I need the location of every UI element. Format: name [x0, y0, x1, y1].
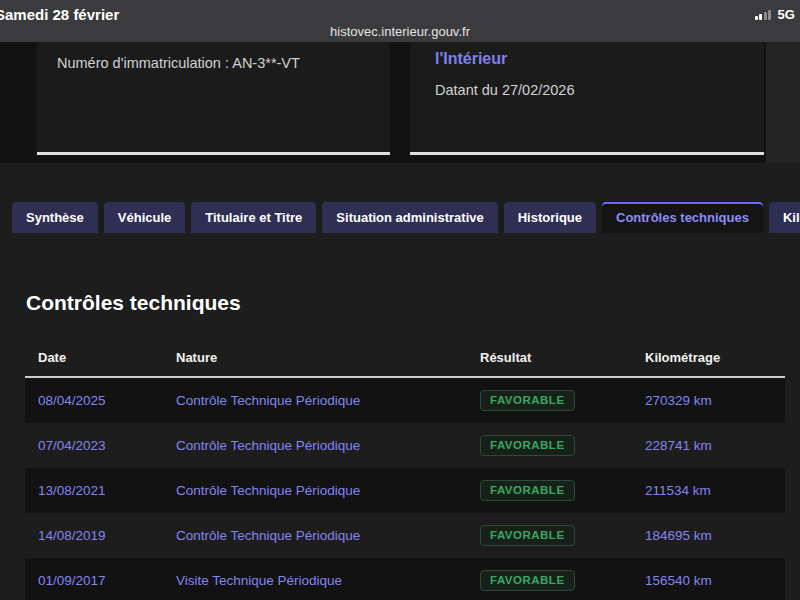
cell-nature: Visite Technique Périodique: [163, 573, 467, 588]
cell-kilometrage: 211534 km: [632, 483, 785, 498]
certificate-card: l'Intérieur Datant du 27/02/2026: [410, 42, 764, 155]
cell-kilometrage: 270329 km: [632, 393, 785, 408]
controles-techniques-panel: Contrôles techniques Date Nature Résulta…: [0, 233, 800, 600]
cell-nature: Contrôle Technique Périodique: [163, 393, 467, 408]
tab-vehicule[interactable]: Véhicule: [104, 202, 185, 233]
certificate-date: Datant du 27/02/2026: [435, 82, 574, 98]
status-badge: FAVORABLE: [480, 570, 575, 591]
status-badge: FAVORABLE: [480, 480, 575, 501]
status-badge: FAVORABLE: [480, 525, 575, 546]
cell-kilometrage: 156540 km: [632, 573, 785, 588]
next-card-edge: [766, 42, 800, 163]
tab-historique[interactable]: Historique: [504, 202, 596, 233]
cell-date: 14/08/2019: [25, 528, 163, 543]
cell-nature: Contrôle Technique Périodique: [163, 528, 467, 543]
cell-kilometrage: 184695 km: [632, 528, 785, 543]
registration-number: Numéro d'immatriculation : AN-3**-VT: [57, 55, 300, 71]
table-row: 13/08/2021 Contrôle Technique Périodique…: [25, 468, 785, 513]
inspections-table: Date Nature Résultat Kilométrage 08/04/2…: [25, 338, 785, 600]
table-row: 08/04/2025 Contrôle Technique Périodique…: [25, 378, 785, 423]
cell-date: 13/08/2021: [25, 483, 163, 498]
table-row: 14/08/2019 Contrôle Technique Périodique…: [25, 513, 785, 558]
status-indicators: 5G 6: [755, 7, 800, 22]
table-row: 07/04/2023 Contrôle Technique Périodique…: [25, 423, 785, 468]
address-bar[interactable]: histovec.interieur.gouv.fr: [0, 24, 800, 39]
cell-date: 01/09/2017: [25, 573, 163, 588]
tab-titulaire-et-titre[interactable]: Titulaire et Titre: [191, 202, 316, 233]
cell-kilometrage: 228741 km: [632, 438, 785, 453]
cell-nature: Contrôle Technique Périodique: [163, 438, 467, 453]
status-badge: FAVORABLE: [480, 390, 575, 411]
summary-cards-band: Numéro d'immatriculation : AN-3**-VT l'I…: [0, 42, 800, 163]
header-kilometrage: Kilométrage: [632, 350, 785, 365]
status-badge: FAVORABLE: [480, 435, 575, 456]
header-resultat: Résultat: [467, 350, 632, 365]
tab-controles-techniques[interactable]: Contrôles techniques: [602, 202, 763, 233]
tab-kilometrage[interactable]: Kilométrage: [769, 202, 800, 233]
cell-date: 08/04/2025: [25, 393, 163, 408]
table-row: 01/09/2017 Visite Technique Périodique F…: [25, 558, 785, 600]
header-nature: Nature: [163, 350, 467, 365]
signal-strength-icon: [755, 10, 772, 20]
table-body: 08/04/2025 Contrôle Technique Périodique…: [25, 378, 785, 600]
tab-situation-administrative[interactable]: Situation administrative: [322, 202, 497, 233]
status-date: Samedi 28 février: [0, 6, 119, 23]
network-type-label: 5G: [777, 7, 794, 22]
table-header-row: Date Nature Résultat Kilométrage: [25, 338, 785, 376]
cell-nature: Contrôle Technique Périodique: [163, 483, 467, 498]
tab-synthese[interactable]: Synthèse: [12, 202, 98, 233]
page-title: Contrôles techniques: [26, 291, 241, 315]
certificate-title[interactable]: l'Intérieur: [435, 50, 507, 68]
status-bar: Samedi 28 février histovec.interieur.gou…: [0, 0, 800, 42]
registration-card: Numéro d'immatriculation : AN-3**-VT: [37, 42, 390, 155]
header-date: Date: [25, 350, 163, 365]
tab-bar: Synthèse Véhicule Titulaire et Titre Sit…: [12, 202, 800, 233]
cell-date: 07/04/2023: [25, 438, 163, 453]
